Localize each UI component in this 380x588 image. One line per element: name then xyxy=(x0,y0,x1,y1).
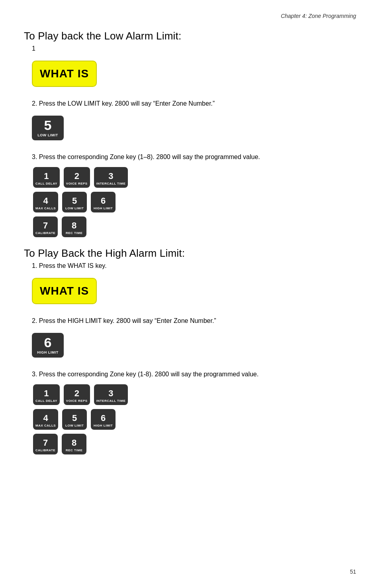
key-5-label: LOW LIMIT xyxy=(65,206,84,210)
key-8-rec-time[interactable]: 8 REC TIME xyxy=(62,216,86,237)
key-8b-number: 8 xyxy=(72,438,76,448)
section1-title: To Play back the Low Alarm Limit: xyxy=(24,28,356,44)
page-number: 51 xyxy=(350,568,356,576)
key-6-high-limit[interactable]: 6 HIGH LIMIT xyxy=(91,192,116,212)
zone-keys-row-5: 4 MAX CALLS 5 LOW LIMIT 6 HIGH LIMIT xyxy=(32,408,356,431)
key-5-number: 5 xyxy=(72,196,77,206)
section1-step2-text: 2. Press the LOW LIMIT key. 2800 will sa… xyxy=(32,99,356,108)
high-limit-key[interactable]: 6 HIGH LIMIT xyxy=(32,333,64,358)
key-5b-number: 5 xyxy=(72,413,77,423)
key-6-label: HIGH LIMIT xyxy=(94,206,113,210)
key-3-intercall-time-b[interactable]: 3 INTERCALL TIME xyxy=(94,384,128,405)
key-7b-number: 7 xyxy=(43,438,48,448)
key-2-voice-reps[interactable]: 2 VOICE REPS xyxy=(64,167,90,188)
section1-step3: 3. Press the corresponding Zone key (1–8… xyxy=(32,152,356,238)
key-3-number: 3 xyxy=(108,171,113,181)
chapter-header: Chapter 4: Zone Programming xyxy=(24,12,356,20)
key-6b-label: HIGH LIMIT xyxy=(94,424,113,428)
zone-keys-grid-1: 1 CALL DELAY 2 VOICE REPS 3 INTERCALL TI… xyxy=(32,166,356,238)
key-1-label: CALL DELAY xyxy=(35,182,57,186)
key-5-low-limit[interactable]: 5 LOW LIMIT xyxy=(62,192,87,212)
key-3-label: INTERCALL TIME xyxy=(96,182,126,186)
key-7-calibrate-b[interactable]: 7 CALIBRATE xyxy=(33,434,58,454)
key-1-call-delay[interactable]: 1 CALL DELAY xyxy=(33,167,60,188)
section2-title: To Play Back the High Alarm Limit: xyxy=(24,246,356,261)
key-6-high-limit-b[interactable]: 6 HIGH LIMIT xyxy=(91,409,116,430)
low-limit-number: 5 xyxy=(44,118,52,132)
key-2-voice-reps-b[interactable]: 2 VOICE REPS xyxy=(64,384,90,405)
zone-keys-row-4: 1 CALL DELAY 2 VOICE REPS 3 INTERCALL TI… xyxy=(32,383,356,406)
key-4-label: MAX CALLS xyxy=(35,206,56,210)
key-2-number: 2 xyxy=(74,171,79,181)
zone-keys-row-2: 4 MAX CALLS 5 LOW LIMIT 6 HIGH LIMIT xyxy=(32,191,356,214)
key-4-max-calls-b[interactable]: 4 MAX CALLS xyxy=(33,409,58,430)
zone-keys-row-6: 7 CALIBRATE 8 REC TIME xyxy=(32,433,356,456)
key-4b-label: MAX CALLS xyxy=(35,424,56,428)
key-8-label: REC TIME xyxy=(66,231,82,235)
key-7-label: CALIBRATE xyxy=(35,231,55,235)
section1-step2: 2. Press the LOW LIMIT key. 2800 will sa… xyxy=(32,99,356,145)
high-limit-label: HIGH LIMIT xyxy=(37,350,59,356)
key-7-number: 7 xyxy=(43,221,48,230)
key-8-rec-time-b[interactable]: 8 REC TIME xyxy=(62,434,86,454)
low-limit-key[interactable]: 5 LOW LIMIT xyxy=(32,116,64,140)
section1-step1: 1 WHAT IS xyxy=(32,44,356,92)
what-is-key-1[interactable]: WHAT IS xyxy=(32,61,97,87)
section2-step1: 1. Press the WHAT IS key. WHAT IS xyxy=(32,261,356,309)
key-2-label: VOICE REPS xyxy=(66,182,88,186)
key-2b-label: VOICE REPS xyxy=(66,399,88,403)
key-3b-label: INTERCALL TIME xyxy=(96,399,126,403)
section1-step3-text: 3. Press the corresponding Zone key (1–8… xyxy=(32,152,356,162)
key-5-low-limit-b[interactable]: 5 LOW LIMIT xyxy=(62,409,87,430)
key-5b-label: LOW LIMIT xyxy=(65,424,84,428)
zone-keys-row-1: 1 CALL DELAY 2 VOICE REPS 3 INTERCALL TI… xyxy=(32,166,356,189)
key-3-intercall-time[interactable]: 3 INTERCALL TIME xyxy=(94,167,128,188)
section2-step3-text: 3. Press the corresponding Zone key (1-8… xyxy=(32,370,356,379)
key-6b-number: 6 xyxy=(101,413,106,423)
key-1b-label: CALL DELAY xyxy=(35,399,57,403)
key-7b-label: CALIBRATE xyxy=(35,448,55,452)
key-6-number: 6 xyxy=(101,196,106,206)
key-1b-number: 1 xyxy=(44,389,49,398)
key-4b-number: 4 xyxy=(43,413,48,423)
key-4-max-calls[interactable]: 4 MAX CALLS xyxy=(33,192,58,212)
low-limit-label: LOW LIMIT xyxy=(37,133,58,138)
high-limit-number: 6 xyxy=(44,336,52,349)
key-7-calibrate[interactable]: 7 CALIBRATE xyxy=(33,216,58,237)
key-8-number: 8 xyxy=(72,221,76,230)
what-is-key-2[interactable]: WHAT IS xyxy=(32,278,97,304)
key-1-call-delay-b[interactable]: 1 CALL DELAY xyxy=(33,384,60,405)
section2-step3: 3. Press the corresponding Zone key (1-8… xyxy=(32,370,356,456)
section2-step2-text: 2. Press the HIGH LIMIT key. 2800 will s… xyxy=(32,316,356,326)
key-3b-number: 3 xyxy=(108,389,113,398)
section1-step1-text: 1 xyxy=(32,44,356,53)
section2-step2: 2. Press the HIGH LIMIT key. 2800 will s… xyxy=(32,316,356,362)
key-2b-number: 2 xyxy=(74,389,79,398)
section2-step1-text: 1. Press the WHAT IS key. xyxy=(32,261,356,271)
key-4-number: 4 xyxy=(43,196,48,206)
zone-keys-grid-2: 1 CALL DELAY 2 VOICE REPS 3 INTERCALL TI… xyxy=(32,383,356,456)
zone-keys-row-3: 7 CALIBRATE 8 REC TIME xyxy=(32,215,356,238)
key-8b-label: REC TIME xyxy=(66,448,82,452)
key-1-number: 1 xyxy=(44,171,49,181)
